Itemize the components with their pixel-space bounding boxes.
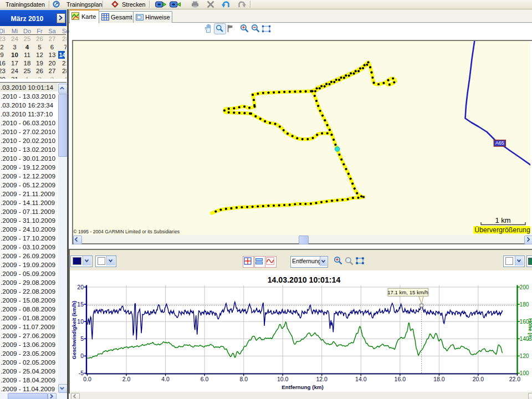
svg-text:6.0: 6.0: [201, 376, 209, 382]
svg-text:10.0: 10.0: [277, 376, 289, 382]
svg-text:Entfernung (km): Entfernung (km): [282, 383, 324, 390]
svg-text:0: 0: [80, 352, 84, 359]
svg-text:12.0: 12.0: [316, 376, 328, 382]
svg-text:200: 200: [520, 284, 529, 290]
svg-text:18.0: 18.0: [433, 376, 445, 382]
svg-text:Höhe (m): Höhe (m): [528, 318, 532, 341]
svg-text:20.0: 20.0: [473, 376, 484, 382]
svg-text:17.1 km, 15 km/h: 17.1 km, 15 km/h: [387, 289, 428, 295]
svg-text:2.0: 2.0: [122, 376, 131, 382]
svg-text:20: 20: [77, 283, 84, 290]
svg-text:180: 180: [520, 301, 529, 307]
svg-text:0.0: 0.0: [83, 376, 91, 382]
svg-text:120: 120: [520, 353, 529, 359]
svg-text:14.03.2010 10:01:14: 14.03.2010 10:01:14: [268, 275, 341, 284]
svg-text:© 1995 - 2004 GARMIN Limited o: © 1995 - 2004 GARMIN Limited or its Subs…: [73, 228, 180, 234]
svg-text:22.0: 22.0: [509, 376, 521, 382]
svg-text:A65: A65: [495, 140, 504, 146]
svg-text:10: 10: [77, 318, 84, 325]
svg-text:15: 15: [77, 300, 84, 307]
svg-text:1 km: 1 km: [495, 216, 510, 224]
svg-text:8.0: 8.0: [239, 376, 248, 382]
svg-text:5: 5: [80, 335, 84, 342]
svg-text:100: 100: [520, 370, 529, 376]
svg-text:4.0: 4.0: [161, 376, 170, 382]
svg-text:14.0: 14.0: [355, 376, 367, 382]
svg-text:Geschwindigkeit (km/h): Geschwindigkeit (km/h): [71, 300, 77, 359]
svg-text:16.0: 16.0: [395, 376, 406, 382]
svg-text:Übervergrößerung: Übervergrößerung: [474, 226, 530, 234]
